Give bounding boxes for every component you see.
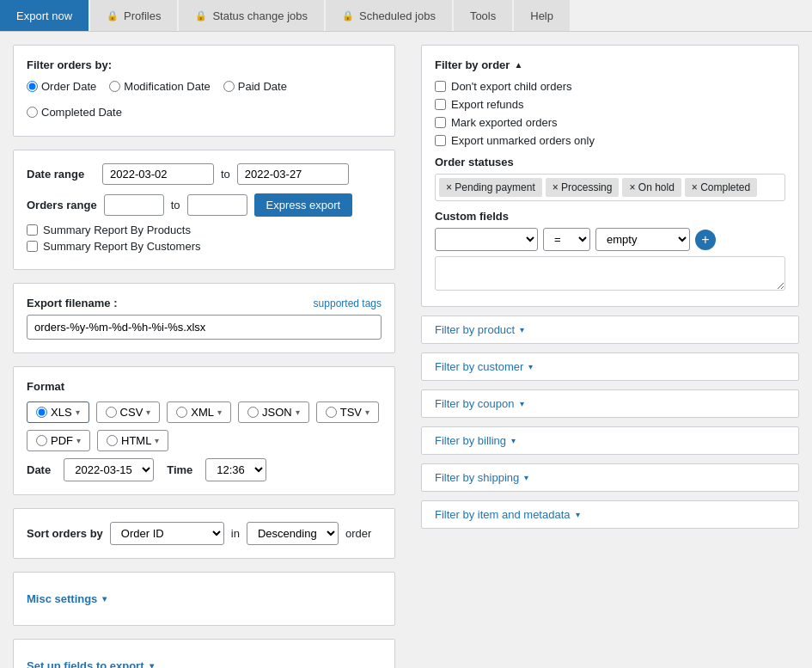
radio-modification-date[interactable]: Modification Date <box>109 80 210 93</box>
filter-by-item-metadata-label: Filter by item and metadata <box>435 508 571 521</box>
status-tag-pending[interactable]: × Pending payment <box>439 178 542 197</box>
setup-fields-section: Set up fields to export ▾ <box>13 639 395 668</box>
filter-by-shipping-arrow: ▾ <box>524 473 528 482</box>
sort-direction-select[interactable]: Descending Ascending <box>247 522 339 545</box>
sort-in-label: in <box>231 527 240 540</box>
export-filename-section: Export filename : supported tags <box>13 283 395 353</box>
time-label: Time <box>167 463 192 476</box>
orders-range-to[interactable] <box>187 194 247 216</box>
tab-profiles[interactable]: 🔒 Profiles <box>90 0 177 31</box>
custom-value-select[interactable]: empty not empty equals not equals <box>595 228 690 251</box>
format-section: Format XLS ▾ CSV ▾ XML ▾ <box>13 366 395 495</box>
csv-arrow: ▾ <box>146 408 150 417</box>
date-range-section: Date range to Orders range to Express ex… <box>13 150 395 270</box>
format-html[interactable]: HTML ▾ <box>97 430 168 451</box>
checkbox-summary-products[interactable]: Summary Report By Products <box>27 224 382 236</box>
orders-range-from[interactable] <box>104 194 164 216</box>
format-xml[interactable]: XML ▾ <box>167 401 231 423</box>
supported-tags-link[interactable]: supported tags <box>314 297 382 309</box>
radio-completed-date[interactable]: Completed Date <box>27 106 122 119</box>
setup-fields-arrow: ▾ <box>150 661 154 668</box>
filter-by-customer-label: Filter by customer <box>435 360 523 373</box>
order-statuses-tags: × Pending payment × Processing × On hold… <box>435 174 785 201</box>
html-arrow: ▾ <box>155 436 159 445</box>
setup-fields-header[interactable]: Set up fields to export ▾ <box>27 653 382 668</box>
sort-label: Sort orders by <box>27 527 103 540</box>
tab-help[interactable]: Help <box>514 0 570 31</box>
status-tag-processing[interactable]: × Processing <box>546 178 620 197</box>
filter-by-shipping-section: Filter by shipping ▾ <box>421 463 799 492</box>
radio-paid-date[interactable]: Paid Date <box>223 80 287 93</box>
checkbox-summary-customers[interactable]: Summary Report By Customers <box>27 240 382 253</box>
time-select[interactable]: 12:36 <box>205 458 266 481</box>
filter-by-billing-section: Filter by billing ▾ <box>421 426 799 455</box>
tab-status-change-jobs[interactable]: 🔒 Status change jobs <box>179 0 324 31</box>
filter-by-order-header[interactable]: Filter by order ▲ <box>435 58 785 71</box>
filename-input[interactable] <box>27 315 382 340</box>
orders-range-label: Orders range <box>27 199 97 211</box>
filter-by-product-section: Filter by product ▾ <box>421 316 799 344</box>
filter-by-customer-section: Filter by customer ▾ <box>421 352 799 381</box>
status-tag-completed[interactable]: × Completed <box>685 178 757 197</box>
filter-by-coupon-header[interactable]: Filter by coupon ▾ <box>435 397 785 410</box>
filter-by-customer-header[interactable]: Filter by customer ▾ <box>435 360 785 373</box>
tabs-bar: Export now 🔒 Profiles 🔒 Status change jo… <box>0 0 812 32</box>
checkbox-export-refunds[interactable]: Export refunds <box>435 98 785 111</box>
orders-range-to-text: to <box>171 199 180 211</box>
filter-orders-title: Filter orders by: <box>27 58 382 71</box>
misc-settings-label: Misc settings <box>27 592 97 605</box>
filter-by-customer-arrow: ▾ <box>528 362 533 371</box>
checkbox-export-unmarked[interactable]: Export unmarked orders only <box>435 134 785 147</box>
format-json[interactable]: JSON ▾ <box>238 401 309 423</box>
format-tsv[interactable]: TSV ▾ <box>316 401 379 423</box>
setup-fields-label: Set up fields to export <box>27 659 144 668</box>
filter-by-order-section: Filter by order ▲ Don't export child ord… <box>421 45 799 307</box>
date-select[interactable]: 2022-03-15 <box>64 458 154 481</box>
filter-by-product-arrow: ▾ <box>520 325 524 334</box>
custom-field-textarea[interactable] <box>435 256 785 291</box>
custom-field-select[interactable] <box>435 228 538 251</box>
date-range-to-text: to <box>221 168 230 181</box>
lock-icon-scheduled: 🔒 <box>342 10 354 21</box>
format-csv[interactable]: CSV ▾ <box>96 401 161 423</box>
checkbox-no-child[interactable]: Don't export child orders <box>435 80 785 93</box>
lock-icon-status: 🔒 <box>195 10 207 21</box>
express-export-button[interactable]: Express export <box>254 193 353 217</box>
misc-settings-header[interactable]: Misc settings ▾ <box>27 585 382 612</box>
misc-settings-section: Misc settings ▾ <box>13 572 395 626</box>
date-range-from[interactable] <box>102 163 214 185</box>
tab-help-label: Help <box>530 9 553 22</box>
status-tag-on-hold[interactable]: × On hold <box>622 178 681 197</box>
tab-profiles-label: Profiles <box>124 9 161 22</box>
tab-tools[interactable]: Tools <box>454 0 512 31</box>
pdf-arrow: ▾ <box>76 436 81 445</box>
format-xls[interactable]: XLS ▾ <box>27 401 89 423</box>
filter-orders-section: Filter orders by: Order Date Modificatio… <box>13 45 395 137</box>
filter-by-order-label: Filter by order <box>435 58 510 71</box>
tab-tools-label: Tools <box>470 9 496 22</box>
tab-status-change-jobs-label: Status change jobs <box>212 9 308 22</box>
date-label: Date <box>27 463 51 476</box>
misc-settings-arrow: ▾ <box>102 594 107 604</box>
xls-arrow: ▾ <box>76 408 80 417</box>
date-range-label: Date range <box>27 168 95 181</box>
filter-by-product-header[interactable]: Filter by product ▾ <box>435 323 785 336</box>
radio-order-date[interactable]: Order Date <box>27 80 96 93</box>
sort-by-select[interactable]: Order ID Order Date Customer Name Total <box>110 522 224 545</box>
filter-by-billing-header[interactable]: Filter by billing ▾ <box>435 434 785 447</box>
custom-fields-label: Custom fields <box>435 210 785 223</box>
filter-by-item-metadata-header[interactable]: Filter by item and metadata ▾ <box>435 508 785 521</box>
tab-export-now-label: Export now <box>16 9 72 22</box>
tab-scheduled-jobs[interactable]: 🔒 Scheduled jobs <box>326 0 452 31</box>
filter-by-shipping-header[interactable]: Filter by shipping ▾ <box>435 471 785 484</box>
tsv-arrow: ▾ <box>365 408 369 417</box>
format-pdf[interactable]: PDF ▾ <box>27 430 90 451</box>
date-range-to[interactable] <box>237 163 349 185</box>
tab-scheduled-jobs-label: Scheduled jobs <box>359 9 436 22</box>
tab-export-now[interactable]: Export now <box>0 0 89 31</box>
custom-equals-select[interactable]: = <box>543 228 590 251</box>
filter-by-coupon-arrow: ▾ <box>520 399 524 408</box>
filter-by-shipping-label: Filter by shipping <box>435 471 519 484</box>
checkbox-mark-exported[interactable]: Mark exported orders <box>435 116 785 129</box>
add-custom-field-button[interactable]: + <box>695 230 716 250</box>
